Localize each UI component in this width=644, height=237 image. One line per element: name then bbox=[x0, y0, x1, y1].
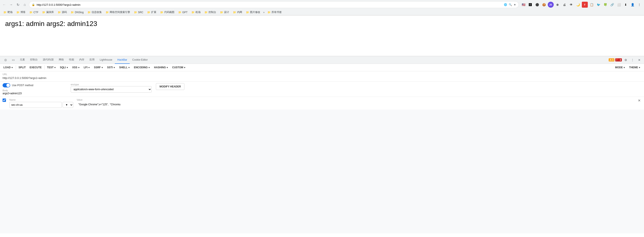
back-button[interactable]: ← bbox=[2, 2, 7, 7]
bookmark-GPT[interactable]: 📁 GPT bbox=[176, 10, 189, 14]
more-options-button[interactable]: ⋮ bbox=[630, 57, 636, 63]
ext-icon-1[interactable]: 🅱 bbox=[527, 2, 533, 8]
url-label: URL bbox=[2, 73, 642, 75]
tab-hackbar[interactable]: HackBar bbox=[115, 56, 130, 64]
header-checkbox[interactable] bbox=[2, 98, 6, 102]
bookmark-代码截图[interactable]: 📁 代码截图 bbox=[158, 10, 176, 15]
ext-icon-10[interactable]: 📋 bbox=[589, 2, 594, 8]
folder-icon: 📁 bbox=[147, 11, 150, 14]
shell-button[interactable]: SHELL ▼ bbox=[117, 65, 132, 70]
modify-header-button[interactable]: MODIFY HEADER bbox=[156, 83, 184, 90]
bookmark-DNSlog[interactable]: 📁 DNSlog bbox=[69, 10, 85, 14]
bookmark-控制台[interactable]: 📁 控制台 bbox=[203, 10, 218, 15]
custom-button[interactable]: CUSTOM ▼ bbox=[170, 65, 188, 70]
close-devtools-button[interactable]: ✕ bbox=[636, 57, 642, 63]
bookmark-扩展[interactable]: 📁 扩展 bbox=[146, 10, 158, 15]
browser-toolbar: ← → ↻ ⌂ 🔒 🌐 🔍 ★ 🇺🇸 🅱 ⚫ 🍪 25 ⊕ 🖨 👁 🌙 F 📋 … bbox=[0, 0, 644, 9]
ext-flag-icon[interactable]: 🇺🇸 bbox=[520, 2, 526, 8]
ext-icon-15[interactable]: ⬇ bbox=[623, 2, 629, 8]
url-input[interactable] bbox=[37, 3, 502, 6]
bookmark-信息收集[interactable]: 📁 信息收集 bbox=[86, 10, 104, 15]
encoding-button[interactable]: ENCODING ▼ bbox=[132, 65, 152, 70]
value-col-label: Value bbox=[77, 98, 634, 101]
hashing-button[interactable]: HASHING ▼ bbox=[152, 65, 170, 70]
extension-toolbar: 🇺🇸 🅱 ⚫ 🍪 25 ⊕ 🖨 👁 🌙 F 📋 🐦 🍀 🔗 ⬜ ⬇ 👤 ⋮ bbox=[520, 2, 642, 8]
tab-performance[interactable]: 性能 bbox=[66, 56, 77, 64]
ext-icon-11[interactable]: 🐦 bbox=[596, 2, 602, 8]
sqli-arrow: ▼ bbox=[66, 66, 68, 69]
forward-button[interactable]: → bbox=[8, 2, 14, 7]
folder-icon: 📁 bbox=[268, 11, 271, 14]
load-button[interactable]: LOAD ▼ bbox=[2, 65, 15, 70]
bookmark-机场[interactable]: 📁 机场 bbox=[190, 10, 202, 15]
tab-application[interactable]: 应用 bbox=[87, 56, 97, 64]
ssti-button[interactable]: SSTI ▼ bbox=[106, 65, 117, 70]
bookmark-CTF[interactable]: 📁 CTF bbox=[28, 10, 40, 14]
bookmark-博客[interactable]: 📁 博客 bbox=[15, 10, 27, 15]
sqli-button[interactable]: SQLI ▼ bbox=[58, 65, 70, 70]
bookmark-网络空间搜索引擎[interactable]: 📁 网络空间搜索引擎 bbox=[104, 10, 132, 15]
bookmark-内网[interactable]: 📁 内网 bbox=[231, 10, 244, 15]
bookmark-漏洞库[interactable]: 📁 漏洞库 bbox=[40, 10, 56, 15]
devtools-device-icon[interactable]: ▭ bbox=[9, 56, 17, 64]
ext-icon-13[interactable]: 🔗 bbox=[609, 2, 615, 8]
ssrf-arrow: ▼ bbox=[101, 66, 103, 69]
ext-icon-7[interactable]: 👁 bbox=[568, 2, 574, 8]
bookmark-靶场[interactable]: 📁 靶场 bbox=[2, 10, 14, 15]
tab-network[interactable]: 网络 bbox=[56, 56, 66, 64]
settings-button[interactable]: ⚙ bbox=[623, 57, 629, 63]
folder-icon: 📁 bbox=[220, 11, 223, 14]
use-post-toggle[interactable] bbox=[2, 83, 10, 87]
hackbar-url-input[interactable] bbox=[2, 76, 642, 80]
tab-sources[interactable]: 源代码/源 bbox=[40, 56, 56, 64]
ext-icon-3[interactable]: 🍪 bbox=[541, 2, 547, 8]
devtools-inspect-icon[interactable]: ◎ bbox=[2, 56, 9, 64]
address-bar[interactable]: 🔒 🌐 🔍 ★ bbox=[29, 1, 519, 8]
header-name-input[interactable] bbox=[9, 102, 62, 108]
ext-icon-12[interactable]: 🍀 bbox=[602, 2, 608, 8]
folder-icon: 📁 bbox=[160, 11, 163, 14]
separator-1 bbox=[16, 65, 16, 70]
header-value-input[interactable] bbox=[77, 102, 634, 107]
test-button[interactable]: TEST ▼ bbox=[45, 65, 58, 70]
ssrf-button[interactable]: SSRF ▼ bbox=[92, 65, 105, 70]
menu-icon[interactable]: ⋮ bbox=[636, 2, 642, 8]
body-input[interactable] bbox=[2, 92, 66, 95]
tab-cookie-editor[interactable]: Cookie-Editor bbox=[130, 56, 150, 64]
tab-elements[interactable]: 元素 bbox=[17, 56, 28, 64]
devtools-panel: ◎ ▭ 元素 控制台 源代码/源 网络 性能 内存 应用 Lighthouse … bbox=[0, 56, 644, 234]
header-name-select[interactable]: ▼ bbox=[62, 102, 73, 108]
lfi-button[interactable]: LFI ▼ bbox=[82, 65, 92, 70]
bookmark-设计[interactable]: 📁 设计 bbox=[218, 10, 231, 15]
ext-icon-9[interactable]: F bbox=[582, 2, 588, 8]
ext-icon-8[interactable]: 🌙 bbox=[575, 2, 581, 8]
tab-console[interactable]: 控制台 bbox=[28, 56, 40, 64]
execute-button[interactable]: EXECUTE bbox=[28, 65, 44, 70]
xss-button[interactable]: XSS ▼ bbox=[70, 65, 82, 70]
tab-lighthouse[interactable]: Lighthouse bbox=[97, 56, 115, 64]
warning-badge: ⚠ 1 bbox=[609, 58, 614, 61]
tab-memory[interactable]: 内存 bbox=[77, 56, 87, 64]
header-value-col: Value bbox=[77, 98, 634, 107]
enctype-select[interactable]: application/x-www-form-urlencoded multip… bbox=[71, 86, 152, 93]
mode-button[interactable]: MODE ▼ bbox=[613, 65, 627, 70]
ext-icon-2[interactable]: ⚫ bbox=[534, 2, 540, 8]
home-button[interactable]: ⌂ bbox=[22, 2, 27, 7]
ext-icon-4[interactable]: 25 bbox=[548, 2, 554, 8]
reload-button[interactable]: ↻ bbox=[15, 2, 20, 7]
more-bookmarks-btn[interactable]: » bbox=[262, 11, 266, 14]
ext-icon-5[interactable]: ⊕ bbox=[554, 2, 560, 8]
bookmark-SRC[interactable]: 📁 SRC bbox=[132, 10, 145, 14]
profile-icon[interactable]: 👤 bbox=[630, 2, 636, 8]
split-button[interactable]: SPLIT bbox=[17, 65, 28, 70]
browser-chrome: ← → ↻ ⌂ 🔒 🌐 🔍 ★ 🇺🇸 🅱 ⚫ 🍪 25 ⊕ 🖨 👁 🌙 F 📋 … bbox=[0, 0, 644, 15]
folder-icon: 📁 bbox=[192, 11, 195, 14]
bookmark-源码[interactable]: 📁 源码 bbox=[56, 10, 68, 15]
ext-icon-14[interactable]: ⬜ bbox=[616, 2, 622, 8]
theme-button[interactable]: THEME ▼ bbox=[628, 65, 642, 70]
ext-icon-6[interactable]: 🖨 bbox=[561, 2, 567, 8]
bookmark-图片修改[interactable]: 📁 图片修改 bbox=[244, 10, 262, 15]
post-section: Use POST method Body enctype application… bbox=[0, 81, 644, 97]
bookmark-所有书签[interactable]: 📁 所有书签 bbox=[266, 10, 284, 15]
header-close-button[interactable]: ✕ bbox=[637, 98, 642, 103]
